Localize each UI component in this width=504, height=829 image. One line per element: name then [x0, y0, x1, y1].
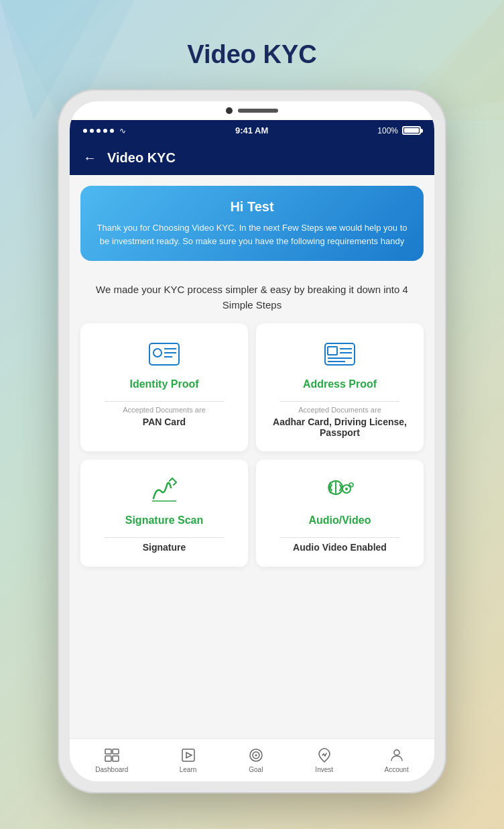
nav-item-goal[interactable]: Goal — [241, 744, 271, 776]
nav-item-account[interactable]: Account — [378, 744, 416, 776]
signature-scan-title: Signature Scan — [125, 514, 203, 527]
account-label: Account — [385, 766, 409, 773]
signature-scan-document: Signature — [143, 542, 186, 553]
page-title: Video KYC — [187, 40, 317, 69]
account-icon — [389, 747, 405, 763]
svg-point-5 — [153, 349, 162, 357]
svg-marker-26 — [186, 753, 192, 758]
battery-area: 100% — [377, 126, 421, 135]
address-proof-icon — [322, 337, 357, 372]
nav-item-dashboard[interactable]: Dashboard — [88, 744, 135, 776]
identity-proof-title: Identity Proof — [129, 378, 198, 390]
address-proof-subtitle: Accepted Documents are — [298, 406, 381, 414]
back-button[interactable]: ← — [83, 150, 97, 166]
camera-icon — [226, 107, 233, 114]
steps-description: We made your KYC process simpler & easy … — [70, 272, 434, 323]
address-proof-title: Address Proof — [303, 378, 377, 390]
signal-dot-2 — [90, 129, 94, 133]
status-time: 9:41 AM — [235, 125, 268, 135]
address-proof-divider — [280, 401, 399, 402]
address-proof-document: Aadhar Card, Driving License, Passport — [265, 417, 414, 438]
phone-top-bar — [70, 101, 434, 120]
identity-proof-divider — [105, 401, 224, 402]
signal-dot-4 — [103, 129, 107, 133]
svg-rect-21 — [105, 749, 111, 754]
signal-area: ∿ — [83, 126, 126, 135]
identity-proof-document: PAN Card — [143, 417, 186, 427]
svg-point-30 — [394, 750, 399, 755]
svg-rect-10 — [328, 347, 337, 355]
learn-label: Learn — [180, 766, 197, 773]
identity-proof-icon — [147, 337, 182, 372]
identity-proof-card[interactable]: Identity Proof Accepted Documents are PA… — [80, 323, 248, 451]
status-bar: ∿ 9:41 AM 100% — [70, 120, 434, 141]
battery-fill — [404, 128, 419, 133]
signature-scan-card[interactable]: Signature Scan Signature — [80, 459, 248, 567]
bottom-nav: Dashboard Learn Goal — [70, 738, 434, 781]
nav-header: ← Video KYC — [70, 141, 434, 175]
battery-bar — [402, 126, 421, 135]
svg-rect-23 — [105, 756, 111, 761]
audio-video-document: Audio Video Enabled — [293, 542, 387, 553]
phone-inner: ∿ 9:41 AM 100% ← Video KYC Hi Test Thank… — [70, 101, 434, 781]
invest-label: Invest — [315, 766, 333, 773]
phone-frame: ∿ 9:41 AM 100% ← Video KYC Hi Test Thank… — [58, 89, 446, 793]
learn-icon — [180, 747, 196, 763]
goal-label: Goal — [249, 766, 263, 773]
signature-scan-icon — [147, 473, 182, 508]
battery-percent: 100% — [377, 126, 398, 135]
nav-item-learn[interactable]: Learn — [173, 744, 204, 776]
signal-dot-3 — [97, 129, 101, 133]
kyc-cards-grid: Identity Proof Accepted Documents are PA… — [70, 323, 434, 577]
invest-icon — [316, 747, 332, 763]
signal-dot-1 — [83, 129, 87, 133]
svg-rect-22 — [113, 749, 119, 754]
signal-dot-5 — [110, 129, 114, 133]
signature-scan-divider — [105, 537, 224, 538]
identity-proof-subtitle: Accepted Documents are — [123, 406, 206, 414]
svg-rect-24 — [113, 756, 119, 761]
goal-icon — [248, 747, 264, 763]
nav-title: Video KYC — [107, 150, 176, 166]
audio-video-icon — [322, 473, 357, 508]
dashboard-icon — [104, 747, 120, 763]
hi-greeting: Hi Test — [94, 199, 410, 215]
nav-item-invest[interactable]: Invest — [308, 744, 340, 776]
hi-card: Hi Test Thank you for Choosing Video KYC… — [80, 186, 424, 261]
svg-point-29 — [255, 755, 257, 757]
content-area: Hi Test Thank you for Choosing Video KYC… — [70, 175, 434, 738]
audio-video-card[interactable]: Audio/Video Audio Video Enabled — [256, 459, 424, 567]
wifi-icon: ∿ — [119, 126, 126, 135]
audio-video-divider — [280, 537, 399, 538]
address-proof-card[interactable]: Address Proof Accepted Documents are Aad… — [256, 323, 424, 451]
audio-video-title: Audio/Video — [308, 514, 371, 527]
hi-description: Thank you for Choosing Video KYC. In the… — [94, 221, 410, 247]
speaker-bar — [238, 109, 278, 113]
dashboard-label: Dashboard — [95, 766, 128, 773]
svg-point-18 — [345, 488, 348, 490]
